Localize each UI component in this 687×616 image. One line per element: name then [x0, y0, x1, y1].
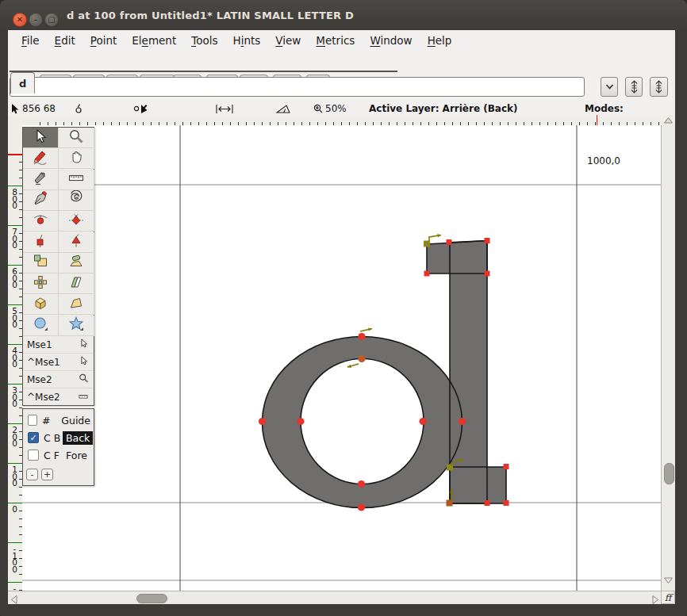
menu-window[interactable]: Window	[363, 32, 420, 49]
glyph-bottom-serif[interactable]	[450, 467, 506, 503]
layer-edit-flags[interactable]: #	[42, 415, 58, 427]
glyph-stem[interactable]	[450, 241, 487, 504]
curve-point[interactable]	[358, 480, 365, 488]
tool-perspective[interactable]	[59, 294, 94, 315]
first-corner-point[interactable]	[447, 500, 453, 507]
curve-point[interactable]	[358, 503, 365, 511]
layer-name[interactable]: Fore	[63, 449, 90, 462]
tab-d[interactable]: d	[10, 72, 35, 94]
tool-rotate[interactable]	[59, 253, 94, 274]
curve-point[interactable]	[459, 418, 466, 425]
glyph-search-input[interactable]	[10, 77, 585, 97]
hvcurve-point-icon	[68, 212, 84, 231]
vertical-scroll-thumb[interactable]	[664, 463, 674, 484]
curve-point[interactable]	[297, 418, 304, 425]
menu-bar: FileEditPointElementToolsHintsViewMetric…	[8, 30, 675, 51]
remove-layer-button[interactable]: -	[26, 469, 38, 480]
window-title: d at 100 from Untitled1* LATIN SMALL LET…	[67, 0, 354, 30]
glyph-canvas[interactable]: 1000,0	[22, 125, 661, 591]
tool-star[interactable]	[59, 316, 94, 336]
menu-tools[interactable]: Tools	[184, 32, 225, 49]
first-curve-point[interactable]	[358, 355, 365, 362]
ruler-icon	[68, 170, 84, 189]
scroll-left-arrow[interactable]	[10, 593, 17, 604]
tool-scale[interactable]	[23, 253, 59, 274]
scroll-right-arrow[interactable]	[652, 593, 659, 604]
menu-help[interactable]: Help	[420, 32, 460, 49]
layer-visibility-checkbox[interactable]	[28, 415, 37, 426]
menu-hints[interactable]: Hints	[225, 32, 268, 49]
corner-point[interactable]	[485, 271, 490, 277]
tool-rotate3d[interactable]	[23, 294, 59, 315]
tool-hand[interactable]	[59, 148, 94, 169]
corner-point[interactable]	[424, 271, 430, 277]
tool-skew[interactable]	[59, 274, 94, 294]
horizontal-scroll-thumb[interactable]	[136, 594, 167, 603]
tangent-point-icon	[68, 232, 84, 251]
tool-ruler[interactable]	[59, 170, 94, 190]
add-layer-button[interactable]: +	[41, 469, 53, 480]
mouse-binding-mse2[interactable]: Mse2	[23, 371, 94, 388]
tool-hvcurve-point[interactable]	[59, 211, 94, 231]
mouse-binding-mse1[interactable]: Mse1	[23, 336, 94, 354]
layers-panel: # Guide✓ C B Back C F Fore- +	[22, 408, 94, 486]
close-button[interactable]: ✕	[13, 13, 27, 27]
curve-point[interactable]	[358, 333, 365, 340]
menu-element[interactable]: Element	[125, 32, 184, 49]
corner-point[interactable]	[504, 500, 509, 506]
layer-buttons-row: - +	[23, 465, 94, 483]
layer-row-fore[interactable]: C F Fore	[23, 446, 94, 464]
scroll-down-arrow[interactable]	[663, 572, 674, 587]
layer-edit-flags[interactable]: C F	[44, 450, 63, 461]
titlebar[interactable]: ✕ – ▢ d at 100 from Untitled1* LATIN SMA…	[0, 0, 687, 30]
tool-magnify[interactable]	[59, 128, 94, 148]
minimize-button[interactable]: –	[29, 13, 43, 27]
tab-underline	[10, 71, 397, 72]
layer-row-guide[interactable]: # Guide	[23, 411, 94, 429]
layer-edit-flags[interactable]: C B	[44, 432, 63, 444]
tool-curve-point[interactable]	[23, 211, 59, 231]
magnifier-icon	[313, 104, 323, 113]
tool-pen[interactable]	[23, 190, 59, 211]
tool-knife[interactable]	[23, 170, 59, 190]
menu-metrics[interactable]: Metrics	[309, 32, 363, 49]
star-icon	[68, 316, 84, 335]
tool-flip[interactable]	[23, 274, 59, 294]
curve-point[interactable]	[259, 418, 266, 425]
menu-view[interactable]: View	[268, 32, 309, 49]
tool-ellipse[interactable]	[23, 316, 59, 336]
curve-point[interactable]	[419, 418, 426, 425]
layer-name[interactable]: Back	[63, 431, 93, 445]
horizontal-scrollbar[interactable]	[8, 591, 661, 604]
tool-freehand[interactable]	[23, 148, 59, 169]
layer-visibility-checkbox[interactable]	[28, 450, 39, 461]
corner-point[interactable]	[485, 500, 490, 506]
corner-point[interactable]	[504, 464, 509, 469]
vertical-scrollbar[interactable]	[661, 125, 675, 591]
prev-glyph-button[interactable]	[625, 77, 643, 97]
layer-visibility-checkbox[interactable]: ✓	[28, 432, 39, 443]
tool-spiro[interactable]	[59, 190, 94, 211]
glyph-drawing[interactable]	[22, 125, 661, 591]
mouse-binding-ctrl-mse1[interactable]: ^Mse1	[23, 354, 94, 371]
maximize-button[interactable]: ▢	[44, 13, 59, 27]
next-glyph-button[interactable]	[650, 77, 668, 97]
ellipse-icon	[33, 316, 48, 335]
layer-name[interactable]: Guide	[58, 414, 94, 427]
mouse-binding-ctrl-mse2[interactable]: ^Mse2	[23, 389, 94, 407]
selected-point[interactable]	[424, 241, 430, 247]
tool-corner-point[interactable]	[23, 232, 59, 253]
menu-point[interactable]: Point	[83, 32, 125, 49]
menu-edit[interactable]: Edit	[48, 32, 83, 49]
scroll-up-arrow[interactable]	[662, 115, 675, 126]
mse-label: ^Mse1	[27, 357, 60, 368]
tool-palette: Mse1 ^Mse1 Mse2 ^Mse2	[22, 127, 94, 406]
v-ruler-label: 600	[11, 268, 18, 289]
corner-point[interactable]	[485, 238, 490, 243]
layer-row-back[interactable]: ✓ C B Back	[23, 429, 94, 446]
dropdown-button[interactable]	[601, 77, 618, 97]
tool-pointer[interactable]	[23, 128, 59, 148]
corner-point[interactable]	[447, 239, 452, 245]
menu-file[interactable]: File	[14, 32, 48, 49]
tool-tangent-point[interactable]	[59, 232, 94, 253]
